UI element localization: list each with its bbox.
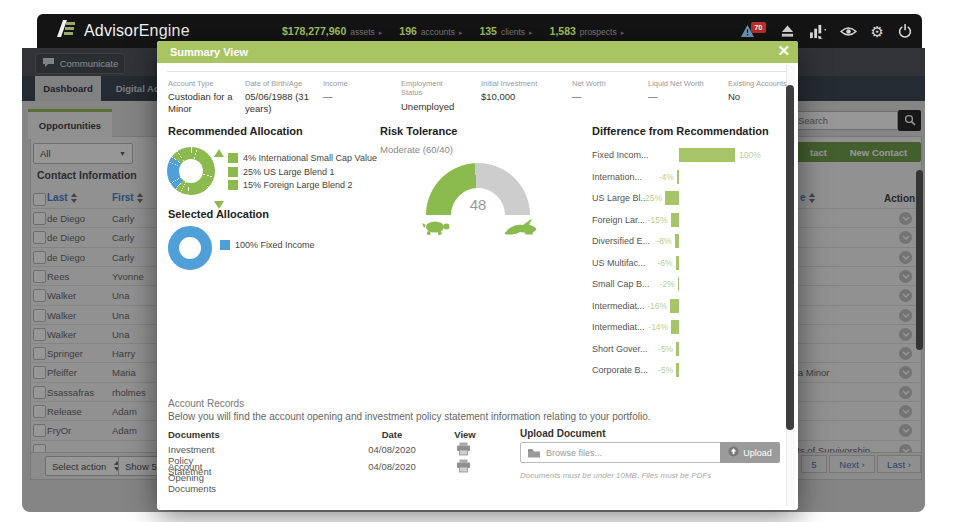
- bar-value-label: -14%: [638, 322, 668, 332]
- legend-scroll-up-icon[interactable]: [214, 149, 224, 157]
- legend-item: 25% US Large Blend 1: [228, 167, 335, 177]
- bar: [677, 170, 679, 184]
- document-date: 04/08/2020: [362, 461, 422, 472]
- account-records-description: Below you will find the account opening …: [168, 411, 651, 422]
- bar-value-label: -6%: [643, 258, 673, 268]
- info-field-label: Net Worth: [572, 79, 642, 88]
- close-icon[interactable]: ✕: [777, 42, 790, 60]
- upload-label: Upload: [743, 448, 772, 458]
- difference-title: Difference from Recommendation: [592, 125, 769, 137]
- logo-text: AdvisorEngine: [84, 22, 190, 40]
- bar: [676, 342, 679, 356]
- info-field-value: Unemployed: [401, 101, 463, 113]
- selected-allocation-title: Selected Allocation: [168, 208, 269, 220]
- history-chart-icon[interactable]: [809, 24, 826, 39]
- bar: [676, 256, 679, 270]
- info-field: Existing AccountsNo: [728, 79, 790, 103]
- rabbit-icon: [503, 219, 539, 240]
- donut-hole: [179, 159, 203, 183]
- stat-label: assets: [350, 27, 375, 37]
- logo-icon: [57, 20, 77, 41]
- info-field-label: Initial Investment: [481, 79, 561, 88]
- upload-icon: [728, 446, 739, 459]
- bar-row: Short Gover...-5%: [590, 339, 795, 360]
- difference-bar-chart: Fixed Incom...100%Internation...-4%US La…: [590, 145, 795, 383]
- info-field-label: Existing Accounts: [728, 79, 790, 88]
- info-field-label: Account Type: [168, 79, 240, 88]
- modal-scrollbar-thumb[interactable]: [786, 85, 794, 430]
- legend-swatch: [228, 180, 238, 190]
- stat-value: 135: [479, 25, 497, 37]
- document-date: 04/08/2020: [362, 444, 422, 455]
- modal-header: Summary View ✕: [157, 41, 798, 63]
- upload-document-title: Upload Document: [520, 428, 606, 439]
- legend-item: 4% International Small Cap Value: [228, 153, 377, 163]
- bar-row: Internation...-4%: [590, 167, 795, 188]
- gear-icon[interactable]: ⚙: [871, 24, 884, 39]
- browse-files-input[interactable]: Browse files...: [520, 442, 724, 463]
- legend-text: 25% US Large Blend 1: [243, 167, 335, 177]
- bar-value-label: -5%: [643, 344, 673, 354]
- bar-row: Corporate B...-5%: [590, 360, 795, 381]
- stat-label: clients: [501, 27, 525, 37]
- upload-note: Documents must be under 10MB. Files must…: [520, 471, 711, 480]
- info-field-value: —: [572, 91, 642, 103]
- bar-value-label: 100%: [739, 150, 761, 160]
- bar-row: US Large Bl...-25%: [590, 188, 795, 209]
- bar-row: Foreign Lar...-15%: [590, 210, 795, 231]
- info-field: Net Worth—: [572, 79, 642, 103]
- stat-item[interactable]: 1,583prospects▸: [550, 25, 625, 37]
- summary-view-modal: Summary View ✕ Recommended Allocation Ri…: [157, 41, 798, 510]
- legend-text: 100% Fixed Income: [235, 240, 315, 250]
- stat-item[interactable]: 135clients▸: [479, 25, 532, 37]
- bar-row: US Multifac...-6%: [590, 253, 795, 274]
- advisorengine-logo[interactable]: AdvisorEngine: [57, 20, 190, 41]
- turtle-icon: [421, 220, 453, 240]
- eye-icon[interactable]: [840, 26, 857, 37]
- bar: [665, 191, 679, 205]
- info-field: Initial Investment$10,000: [481, 79, 561, 103]
- legend-item: 100% Fixed Income: [220, 240, 315, 250]
- stat-value: 196: [399, 25, 417, 37]
- risk-tolerance-title: Risk Tolerance: [380, 125, 457, 137]
- legend-swatch: [220, 240, 230, 250]
- bar-row: Diversified E...-8%: [590, 231, 795, 252]
- print-icon[interactable]: [456, 442, 471, 458]
- bar-value-label: -2%: [645, 279, 675, 289]
- caret-right-icon: ▸: [529, 29, 533, 37]
- eject-icon[interactable]: [780, 24, 795, 38]
- caret-right-icon: ▸: [379, 29, 383, 37]
- info-field-label: Employment Status: [401, 79, 463, 98]
- bar: [670, 299, 679, 313]
- legend-text: 4% International Small Cap Value: [243, 153, 377, 163]
- info-field-label: Date of Birth/Age: [245, 79, 317, 88]
- stat-value: $178,277,960: [282, 25, 346, 37]
- bar-row: Intermediat...-16%: [590, 296, 795, 317]
- account-records-heading: Account Records: [168, 398, 244, 409]
- divider: [167, 71, 788, 72]
- info-field-value: $10,000: [481, 91, 561, 103]
- bar: [678, 277, 679, 291]
- bar: [675, 234, 679, 248]
- print-icon[interactable]: [456, 459, 471, 475]
- recommended-allocation-title: Recommended Allocation: [168, 125, 303, 137]
- info-field-value: Custodian for a Minor: [168, 91, 240, 115]
- bar: [671, 213, 679, 227]
- bar: [671, 320, 679, 334]
- alert-icon[interactable]: 70: [740, 24, 765, 38]
- bar-value-label: -5%: [643, 365, 673, 375]
- info-field-value: No: [728, 91, 790, 103]
- upload-button[interactable]: Upload: [720, 442, 780, 463]
- selected-allocation-donut: [168, 226, 212, 270]
- stat-item[interactable]: 196accounts▸: [399, 25, 462, 37]
- bar-value-label: -15%: [638, 215, 668, 225]
- documents-column-header: Documents: [168, 429, 220, 440]
- info-field: Date of Birth/Age05/06/1988 (31 years): [245, 79, 317, 115]
- stat-value: 1,583: [550, 25, 576, 37]
- power-icon[interactable]: [898, 24, 912, 39]
- stat-item[interactable]: $178,277,960assets▸: [282, 25, 382, 37]
- bar-value-label: -16%: [637, 301, 667, 311]
- alert-count-badge[interactable]: 70: [751, 22, 765, 33]
- modal-title: Summary View: [170, 46, 248, 58]
- bar-row: Intermediat...-14%: [590, 317, 795, 338]
